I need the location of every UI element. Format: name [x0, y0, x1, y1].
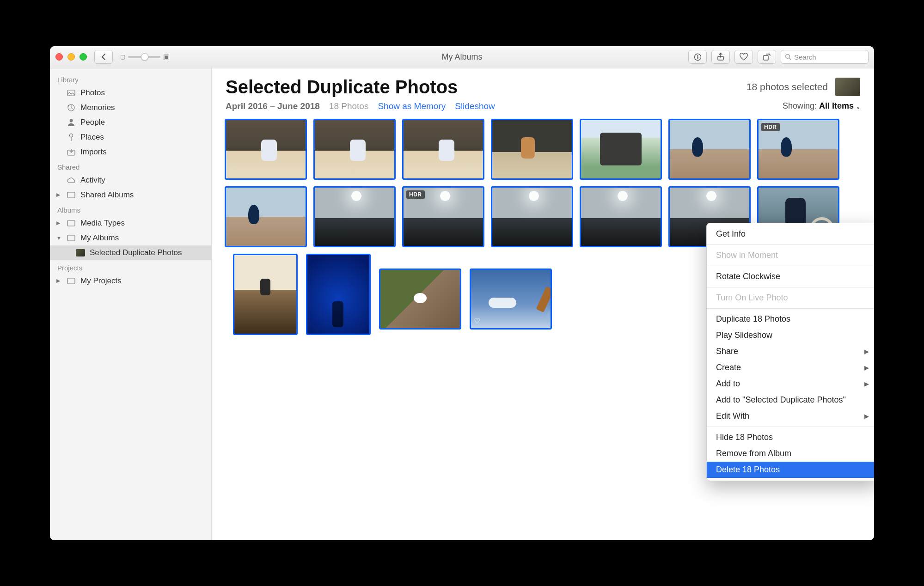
- photo-thumb[interactable]: [225, 119, 307, 180]
- photo-thumb[interactable]: [491, 119, 573, 180]
- sidebar-item-media-types[interactable]: ▶ Media Types: [50, 216, 211, 231]
- photo-thumb[interactable]: [580, 119, 662, 180]
- photo-count: 18 Photos: [329, 101, 369, 111]
- search-icon: [785, 54, 791, 60]
- sidebar-item-activity[interactable]: Activity: [50, 173, 211, 188]
- sidebar-item-selected-duplicate-photos[interactable]: Selected Duplicate Photos: [50, 245, 211, 260]
- chevron-down-icon: ⌄: [856, 104, 860, 110]
- photo-thumb[interactable]: [668, 119, 751, 180]
- photo-thumb[interactable]: [313, 119, 396, 180]
- rotate-button[interactable]: [758, 50, 776, 64]
- sidebar-label: Imports: [80, 147, 107, 157]
- svg-point-1: [697, 55, 698, 55]
- ctx-play-slideshow[interactable]: Play Slideshow: [707, 327, 874, 343]
- sidebar-item-photos[interactable]: Photos: [50, 85, 211, 100]
- ctx-duplicate[interactable]: Duplicate 18 Photos: [707, 311, 874, 327]
- sidebar-label: Activity: [80, 176, 105, 185]
- search-placeholder: Search: [794, 53, 816, 61]
- sidebar-label: Media Types: [80, 219, 125, 228]
- photo-thumb[interactable]: [402, 119, 484, 180]
- hdr-badge: HDR: [761, 123, 780, 131]
- zoom-small-icon: ▢: [120, 54, 125, 60]
- ctx-create[interactable]: Create▶: [707, 360, 874, 376]
- sidebar-item-people[interactable]: People: [50, 115, 211, 130]
- sidebar-label: People: [80, 118, 105, 127]
- show-as-memory-link[interactable]: Show as Memory: [378, 101, 446, 111]
- hdr-badge: HDR: [406, 190, 425, 199]
- sidebar-item-places[interactable]: Places: [50, 130, 211, 145]
- svg-rect-2: [697, 56, 698, 59]
- slideshow-link[interactable]: Slideshow: [455, 101, 495, 111]
- share-button[interactable]: [711, 50, 730, 64]
- ctx-rotate-clockwise[interactable]: Rotate Clockwise: [707, 269, 874, 285]
- ctx-add-to[interactable]: Add to▶: [707, 376, 874, 392]
- sidebar-label: Photos: [80, 88, 105, 98]
- photo-thumb[interactable]: [225, 186, 307, 247]
- ctx-remove-from-album[interactable]: Remove from Album: [707, 446, 874, 462]
- minimize-window-button[interactable]: [67, 53, 75, 61]
- sidebar-item-shared-albums[interactable]: ▶ Shared Albums: [50, 188, 211, 202]
- ctx-share[interactable]: Share▶: [707, 343, 874, 360]
- photos-icon: [67, 88, 76, 98]
- window-title: My Albums: [441, 52, 482, 62]
- submenu-arrow-icon: ▶: [864, 348, 869, 355]
- menu-separator: [707, 244, 874, 245]
- menu-separator: [707, 427, 874, 427]
- sidebar-label: My Projects: [80, 276, 122, 286]
- ctx-get-info[interactable]: Get Info: [707, 226, 874, 242]
- photo-thumb[interactable]: [379, 269, 461, 330]
- photo-thumb[interactable]: HDR: [757, 119, 839, 180]
- selection-stack-thumb[interactable]: [835, 78, 860, 96]
- svg-rect-16: [67, 235, 75, 241]
- svg-line-6: [789, 58, 791, 60]
- back-button[interactable]: [94, 50, 113, 64]
- folder-icon: [67, 276, 76, 286]
- svg-point-10: [70, 119, 73, 122]
- content-area: Selected Duplicate Photos 18 photos sele…: [212, 68, 874, 540]
- sidebar-item-memories[interactable]: Memories: [50, 100, 211, 115]
- sidebar-label: Memories: [80, 103, 115, 112]
- sidebar-label: Places: [80, 133, 104, 142]
- svg-rect-17: [67, 278, 75, 284]
- photo-thumb[interactable]: [233, 254, 298, 335]
- favorite-button[interactable]: [734, 50, 753, 64]
- search-input[interactable]: Search: [781, 50, 869, 64]
- sidebar-item-my-albums[interactable]: ▼ My Albums: [50, 231, 211, 245]
- ctx-add-to-album[interactable]: Add to "Selected Duplicate Photos": [707, 392, 874, 408]
- folder-icon: [67, 219, 76, 228]
- sidebar-section-library: Library: [50, 72, 211, 85]
- selection-count: 18 photos selected: [747, 81, 828, 92]
- ctx-hide[interactable]: Hide 18 Photos: [707, 429, 874, 446]
- ctx-edit-with[interactable]: Edit With▶: [707, 408, 874, 424]
- sidebar-label: Shared Albums: [80, 190, 134, 200]
- sidebar-item-my-projects[interactable]: ▶ My Projects: [50, 274, 211, 288]
- submenu-arrow-icon: ▶: [864, 364, 869, 371]
- date-range: April 2016 – June 2018: [226, 101, 320, 111]
- photo-thumb[interactable]: [491, 186, 573, 247]
- zoom-slider[interactable]: ▢ ▣: [120, 53, 170, 61]
- album-thumb-icon: [76, 249, 85, 256]
- photo-thumb[interactable]: [580, 186, 662, 247]
- close-window-button[interactable]: [55, 53, 63, 61]
- sidebar-item-imports[interactable]: Imports: [50, 145, 211, 159]
- photo-thumb[interactable]: [306, 254, 371, 335]
- ctx-show-in-moment: Show in Moment: [707, 247, 874, 263]
- svg-rect-15: [67, 220, 75, 226]
- folder-icon: [67, 233, 76, 243]
- content-header: Selected Duplicate Photos 18 photos sele…: [212, 68, 874, 111]
- photo-thumb[interactable]: ♡: [470, 269, 552, 330]
- sidebar-section-projects: Projects: [50, 260, 211, 274]
- chevron-right-icon: ▶: [56, 192, 62, 198]
- svg-rect-14: [67, 192, 75, 198]
- showing-value[interactable]: All Items ⌄: [819, 101, 860, 110]
- photo-thumb[interactable]: HDR: [402, 186, 484, 247]
- menu-separator: [707, 266, 874, 266]
- ctx-delete[interactable]: Delete 18 Photos: [707, 462, 874, 478]
- photo-thumb[interactable]: [313, 186, 396, 247]
- sidebar-section-albums: Albums: [50, 202, 211, 216]
- fullscreen-window-button[interactable]: [80, 53, 87, 61]
- context-menu: Get Info Show in Moment Rotate Clockwise…: [706, 223, 874, 481]
- submenu-arrow-icon: ▶: [864, 413, 869, 420]
- info-button[interactable]: [688, 50, 707, 64]
- titlebar: ▢ ▣ My Albums Search: [50, 46, 874, 68]
